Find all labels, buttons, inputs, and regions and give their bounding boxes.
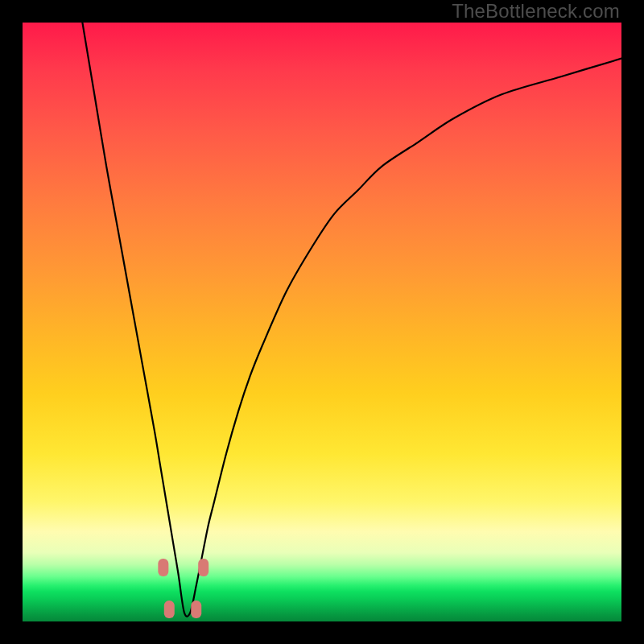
chart-frame: TheBottleneck.com bbox=[0, 0, 644, 644]
bottleneck-curve bbox=[82, 23, 621, 617]
plot-area bbox=[23, 23, 621, 621]
curve-marker bbox=[158, 559, 168, 576]
watermark-text: TheBottleneck.com bbox=[452, 0, 620, 23]
curve-marker bbox=[191, 601, 201, 618]
curve-marker bbox=[164, 601, 175, 618]
curve-marker bbox=[198, 559, 208, 576]
curve-layer bbox=[23, 23, 621, 621]
